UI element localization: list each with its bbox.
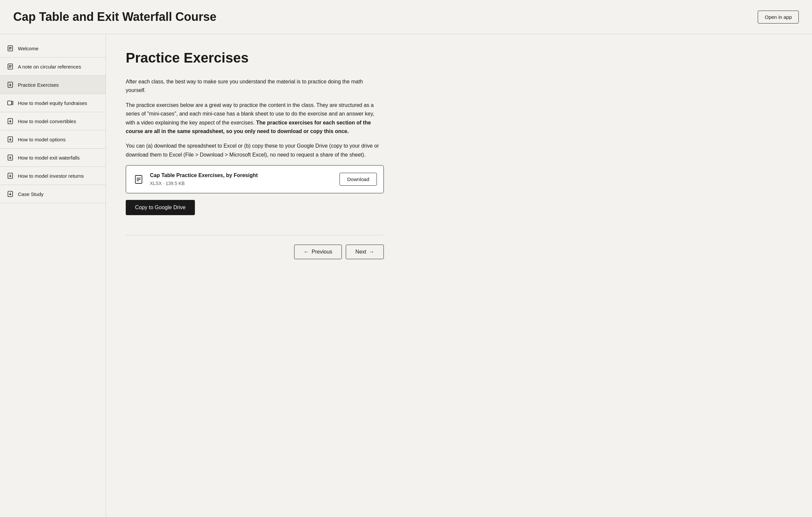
- download-button[interactable]: Download: [340, 173, 377, 186]
- sidebar: Welcome A note on circular references: [0, 34, 106, 517]
- content-area: Practice Exercises After each class, the…: [106, 34, 404, 517]
- next-button[interactable]: Next →: [346, 245, 384, 259]
- file-document-icon: [133, 173, 145, 185]
- download-doc-icon: [7, 154, 14, 161]
- sidebar-item-label: A note on circular references: [18, 63, 99, 70]
- sidebar-item-label: Case Study: [18, 191, 99, 198]
- sidebar-item-label: How to model options: [18, 136, 99, 143]
- intro-paragraph-2: The practice exercises below are a great…: [126, 101, 384, 136]
- open-in-app-button[interactable]: Open in app: [758, 10, 799, 24]
- intro-paragraph-3: You can (a) download the spreadsheet to …: [126, 142, 384, 159]
- right-arrow-icon: →: [369, 249, 374, 255]
- sidebar-item-convertibles[interactable]: How to model convertibles: [0, 112, 106, 131]
- download-doc-icon: [7, 172, 14, 179]
- main-layout: Welcome A note on circular references: [0, 34, 812, 517]
- download-doc-icon: [7, 81, 14, 88]
- nav-footer: ← Previous Next →: [126, 235, 384, 259]
- download-doc-icon: [7, 117, 14, 125]
- download-doc-icon: [7, 136, 14, 143]
- sidebar-item-circular-references[interactable]: A note on circular references: [0, 58, 106, 76]
- sidebar-item-label: How to model exit waterfalls: [18, 154, 99, 161]
- intro-paragraph-1: After each class, the best way to make s…: [126, 78, 384, 95]
- page-title: Cap Table and Exit Waterfall Course: [13, 8, 216, 26]
- file-info: Cap Table Practice Exercises, by Foresig…: [150, 171, 334, 187]
- sidebar-item-equity-fundraises[interactable]: How to model equity fundraises: [0, 94, 106, 112]
- previous-label: Previous: [312, 249, 332, 255]
- file-card: Cap Table Practice Exercises, by Foresig…: [126, 165, 384, 193]
- sidebar-item-label: Practice Exercises: [18, 81, 99, 88]
- doc-icon: [7, 63, 14, 70]
- download-doc-icon: [7, 190, 14, 198]
- file-meta: XLSX · 139.5 KB: [150, 180, 334, 187]
- sidebar-item-options[interactable]: How to model options: [0, 131, 106, 149]
- sidebar-item-label: How to model convertibles: [18, 118, 99, 125]
- previous-button[interactable]: ← Previous: [294, 245, 342, 259]
- sidebar-item-practice-exercises[interactable]: Practice Exercises: [0, 76, 106, 94]
- file-name: Cap Table Practice Exercises, by Foresig…: [150, 171, 334, 179]
- content-title: Practice Exercises: [126, 47, 384, 68]
- sidebar-item-investor-returns[interactable]: How to model investor returns: [0, 167, 106, 185]
- sidebar-item-label: How to model investor returns: [18, 172, 99, 179]
- svg-rect-10: [8, 101, 11, 105]
- sidebar-item-label: Welcome: [18, 45, 99, 52]
- sidebar-item-label: How to model equity fundraises: [18, 99, 99, 107]
- header: Cap Table and Exit Waterfall Course Open…: [0, 0, 812, 34]
- sidebar-item-exit-waterfalls[interactable]: How to model exit waterfalls: [0, 149, 106, 167]
- doc-icon: [7, 45, 14, 52]
- copy-to-google-drive-button[interactable]: Copy to Google Drive: [126, 200, 195, 215]
- sidebar-item-welcome[interactable]: Welcome: [0, 39, 106, 58]
- next-label: Next: [355, 249, 366, 255]
- left-arrow-icon: ←: [304, 249, 309, 255]
- sidebar-item-case-study[interactable]: Case Study: [0, 185, 106, 203]
- video-icon: [7, 99, 14, 107]
